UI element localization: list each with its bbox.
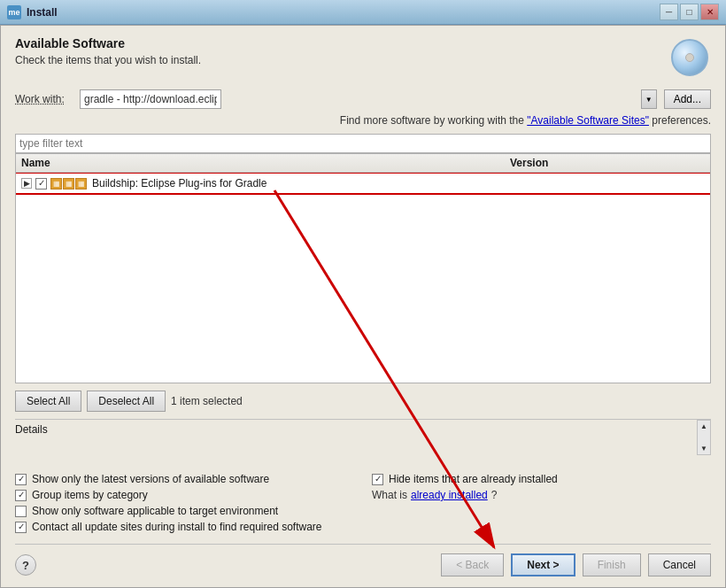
back-button[interactable]: < Back xyxy=(441,553,504,576)
dialog-body: Available Software Check the items that … xyxy=(0,25,726,588)
option-label-contact-sites: Contact all update sites during install … xyxy=(32,521,322,533)
details-section: Details ▲ ▼ xyxy=(15,419,711,466)
option-label-hide-installed: Hide items that are already installed xyxy=(389,473,558,485)
deselect-all-button[interactable]: Deselect All xyxy=(87,391,166,412)
work-with-input[interactable] xyxy=(80,89,221,109)
details-content xyxy=(15,439,693,466)
option-checkbox-target-env[interactable] xyxy=(15,506,27,517)
maximize-button[interactable]: □ xyxy=(680,4,699,20)
checkmark-icon: ✓ xyxy=(18,522,25,531)
details-scrollbar[interactable]: ▲ ▼ xyxy=(697,420,711,455)
package-icon-3: ▦ xyxy=(75,178,87,190)
option-row-contact-sites: ✓ Contact all update sites during instal… xyxy=(15,521,711,533)
software-sites-suffix: preferences. xyxy=(652,114,711,127)
scroll-down-icon[interactable]: ▼ xyxy=(700,445,707,453)
checkmark-icon: ✓ xyxy=(18,491,25,499)
option-checkbox-hide-installed[interactable]: ✓ xyxy=(372,474,383,485)
work-with-dropdown-arrow[interactable]: ▼ xyxy=(641,89,657,109)
selection-bar: Select All Deselect All 1 item selected xyxy=(15,391,711,412)
button-bar: ? < Back Next > Finish Cancel xyxy=(15,544,711,576)
already-installed-prefix: What is xyxy=(372,489,407,501)
software-sites-prefix: Find more software by working with the xyxy=(340,114,527,127)
title-bar: me Install ─ □ ✕ xyxy=(0,0,726,25)
table-row[interactable]: ▶ ✓ ▦ ▦ ▦ Buildship: Eclipse Plug-ins fo… xyxy=(16,174,710,192)
close-button[interactable]: ✕ xyxy=(700,4,719,20)
option-checkbox-group-category[interactable]: ✓ xyxy=(15,490,27,501)
option-row-target-env: Show only software applicable to target … xyxy=(15,505,354,517)
work-with-label: Work with: xyxy=(15,93,73,105)
header-subtitle: Check the items that you wish to install… xyxy=(15,54,668,66)
already-installed-link[interactable]: already installed xyxy=(411,489,488,501)
scroll-up-icon[interactable]: ▲ xyxy=(700,422,707,430)
header-text: Available Software Check the items that … xyxy=(15,36,668,66)
package-icon-2: ▦ xyxy=(63,178,74,190)
options-grid: ✓ Show only the latest versions of avail… xyxy=(15,473,711,533)
select-all-button[interactable]: Select All xyxy=(15,391,81,412)
row-checkbox[interactable]: ✓ xyxy=(35,178,47,190)
header-title: Available Software xyxy=(15,36,668,50)
option-label-target-env: Show only software applicable to target … xyxy=(32,505,278,517)
options-col2-empty xyxy=(372,505,711,517)
minimize-button[interactable]: ─ xyxy=(660,4,678,20)
cancel-button[interactable]: Cancel xyxy=(648,553,711,576)
column-version-header: Version xyxy=(510,157,669,169)
row-label: Buildship: Eclipse Plug-ins for Gradle xyxy=(92,177,266,190)
next-button[interactable]: Next > xyxy=(511,553,575,576)
option-label-group-category: Group items by category xyxy=(32,489,148,501)
finish-button[interactable]: Finish xyxy=(583,553,641,576)
selection-status: 1 item selected xyxy=(171,395,243,407)
work-with-row: Work with: ▼ Add... xyxy=(15,89,711,109)
cd-icon xyxy=(671,39,708,76)
already-installed-row: What is already installed ? xyxy=(372,489,711,501)
checkmark-icon: ✓ xyxy=(375,475,382,484)
software-sites-row: Find more software by working with the "… xyxy=(15,114,711,127)
software-table: Name Version ▶ ✓ ▦ ▦ ▦ Buildship: Eclips… xyxy=(15,153,711,383)
app-icon: me xyxy=(7,5,21,19)
work-with-select-wrapper: ▼ xyxy=(80,89,657,109)
already-installed-suffix: ? xyxy=(491,489,498,501)
column-name-header: Name xyxy=(21,157,510,169)
window-title: Install xyxy=(27,6,660,19)
help-button[interactable]: ? xyxy=(15,554,36,576)
option-checkbox-latest-versions[interactable]: ✓ xyxy=(15,474,27,485)
row-expand-button[interactable]: ▶ xyxy=(21,178,32,189)
header-section: Available Software Check the items that … xyxy=(15,36,711,79)
window-controls: ─ □ ✕ xyxy=(660,4,719,20)
available-software-sites-link[interactable]: "Available Software Sites" xyxy=(527,114,649,127)
option-row-latest-versions: ✓ Show only the latest versions of avail… xyxy=(15,473,354,485)
table-header: Name Version xyxy=(16,154,710,173)
filter-input[interactable] xyxy=(15,134,711,153)
option-label-latest-versions: Show only the latest versions of availab… xyxy=(32,473,269,485)
details-label: Details xyxy=(15,420,693,439)
checkmark-icon: ✓ xyxy=(38,179,45,188)
option-checkbox-contact-sites[interactable]: ✓ xyxy=(15,522,27,533)
checkmark-icon: ✓ xyxy=(18,475,25,484)
option-row-hide-installed: ✓ Hide items that are already installed xyxy=(372,473,711,485)
header-icon xyxy=(668,36,711,79)
add-button[interactable]: Add... xyxy=(664,89,711,109)
row-icons: ▦ ▦ ▦ xyxy=(50,178,87,190)
package-icon: ▦ xyxy=(50,178,62,190)
option-row-group-category: ✓ Group items by category xyxy=(15,489,354,501)
table-body: ▶ ✓ ▦ ▦ ▦ Buildship: Eclipse Plug-ins fo… xyxy=(16,173,710,383)
column-extra-header xyxy=(669,157,705,169)
filter-row xyxy=(15,134,711,153)
